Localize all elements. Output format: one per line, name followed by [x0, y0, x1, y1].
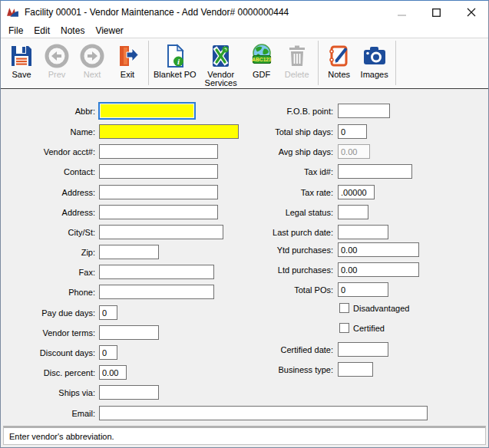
- field-row-tax-rate: Tax rate:: [1, 185, 488, 200]
- field-label: Email:: [4, 409, 95, 418]
- toolbar-button-label: Exit: [121, 71, 134, 79]
- toolbar-button-label: GDF: [253, 71, 270, 79]
- toolbar-separator: [318, 41, 319, 85]
- images-button[interactable]: Images: [357, 40, 392, 79]
- email-input[interactable]: [99, 406, 428, 420]
- field-row-email: Email:: [1, 406, 488, 421]
- maximize-icon: [432, 8, 441, 17]
- field-row-fob-point: F.O.B. point:: [1, 104, 488, 119]
- field-row-certified-date: Certified date:: [1, 342, 488, 357]
- field-label: Avg ship days:: [245, 147, 333, 156]
- gdf-button[interactable]: ABC123 GDF: [244, 40, 279, 79]
- checkbox-label: Disadvantaged: [353, 304, 409, 313]
- field-label: Total ship days:: [245, 127, 333, 137]
- tax-rate-input[interactable]: [338, 185, 375, 199]
- avg-ship-days-input: [338, 144, 370, 159]
- field-label: Legal status:: [245, 208, 333, 217]
- field-row-ytd-purchases: Ytd purchases:: [1, 242, 488, 258]
- notes-button[interactable]: Notes: [322, 40, 357, 79]
- prev-button[interactable]: Prev: [39, 40, 74, 79]
- field-row-avg-ship-days: Avg ship days:: [1, 144, 488, 160]
- status-text: Enter vendor's abbreviation.: [9, 432, 114, 441]
- field-row-ltd-purchases: Ltd purchases:: [1, 262, 488, 278]
- save-button[interactable]: Save: [4, 40, 39, 79]
- toolbar-button-label: Images: [361, 71, 388, 79]
- images-camera-icon: [362, 40, 388, 69]
- checkbox-label: Certified: [353, 324, 385, 333]
- next-button[interactable]: Next: [74, 40, 110, 79]
- minimize-button[interactable]: [385, 1, 419, 24]
- toolbar-separator: [395, 41, 396, 85]
- field-label: Ltd purchases:: [245, 265, 333, 275]
- field-label: Total POs:: [245, 285, 333, 295]
- field-label: Tax id#:: [245, 167, 333, 176]
- certified-checkbox-row: Certified: [1, 322, 488, 338]
- blanket-po-icon: i: [162, 40, 188, 69]
- menu-edit[interactable]: Edit: [28, 25, 55, 36]
- certified-checkbox[interactable]: [339, 323, 349, 333]
- total-pos-input[interactable]: [338, 282, 388, 297]
- gdf-badge-text: ABC123: [252, 57, 272, 62]
- status-bar: Enter vendor's abbreviation.: [3, 426, 486, 445]
- field-row-ships-via: Ships via:: [1, 385, 488, 400]
- disadvantaged-checkbox[interactable]: [339, 303, 349, 313]
- toolbar-button-label: Prev: [48, 71, 66, 79]
- field-row-tax-id: Tax id#:: [1, 164, 488, 180]
- toolbar-button-label: Notes: [328, 71, 350, 79]
- field-label: Ytd purchases:: [245, 245, 333, 255]
- menu-viewer[interactable]: Viewer: [90, 25, 128, 36]
- notes-icon: [326, 40, 352, 69]
- toolbar-button-label: Blanket PO: [154, 71, 197, 79]
- exit-icon: [114, 40, 140, 69]
- menu-file[interactable]: File: [3, 25, 28, 36]
- last-purch-date-input[interactable]: [338, 225, 388, 239]
- ships-via-input[interactable]: [99, 385, 159, 400]
- toolbar-button-label: Delete: [285, 71, 309, 79]
- toolbar-button-label: Vendor Services: [200, 71, 243, 87]
- gdf-globe-icon: ABC123: [248, 40, 276, 69]
- field-row-legal-status: Legal status:: [1, 205, 488, 220]
- exit-button[interactable]: Exit: [110, 40, 145, 79]
- toolbar: Save Prev Next: [1, 38, 488, 89]
- title-bar: Facility 00001 - Vendor Maintenance - Ad…: [1, 1, 488, 24]
- save-icon: [8, 40, 35, 69]
- close-icon: [467, 8, 476, 17]
- blanket-po-button[interactable]: i Blanket PO: [152, 40, 198, 79]
- fob-point-input[interactable]: [338, 104, 390, 118]
- field-row-last-purch-date: Last purch date:: [1, 225, 488, 240]
- app-icon: [6, 6, 19, 19]
- toolbar-separator: [148, 41, 149, 85]
- delete-button[interactable]: Delete: [279, 40, 315, 79]
- vendor-services-button[interactable]: Vendor Services: [198, 40, 244, 87]
- field-row-total-pos: Total POs:: [1, 282, 488, 298]
- ltd-purchases-input[interactable]: [338, 262, 419, 277]
- tax-id-input[interactable]: [338, 164, 412, 179]
- delete-trash-icon: [284, 40, 310, 69]
- field-label: Tax rate:: [245, 188, 333, 197]
- field-label: Ships via:: [4, 388, 95, 397]
- ytd-purchases-input[interactable]: [338, 242, 419, 257]
- field-label: Business type:: [245, 365, 333, 374]
- next-icon: [79, 40, 105, 69]
- field-label: F.O.B. point:: [245, 107, 333, 116]
- field-row-business-type: Business type:: [1, 362, 488, 377]
- menu-notes[interactable]: Notes: [55, 25, 90, 36]
- window-title: Facility 00001 - Vendor Maintenance - Ad…: [25, 7, 289, 18]
- menu-bar: File Edit Notes Viewer: [1, 24, 488, 38]
- toolbar-button-label: Next: [84, 71, 101, 79]
- minimize-icon: [398, 8, 406, 17]
- field-row-total-ship-days: Total ship days:: [1, 124, 488, 140]
- business-type-input[interactable]: [338, 362, 373, 377]
- vendor-services-icon: [208, 40, 234, 69]
- vendor-maintenance-window: Facility 00001 - Vendor Maintenance - Ad…: [0, 0, 489, 448]
- total-ship-days-input[interactable]: [338, 124, 367, 139]
- certified-date-input[interactable]: [338, 342, 388, 357]
- prev-icon: [44, 40, 70, 69]
- field-label: Certified date:: [245, 345, 333, 354]
- field-label: Last purch date:: [245, 228, 333, 237]
- maximize-button[interactable]: [419, 1, 454, 24]
- legal-status-input[interactable]: [338, 205, 368, 219]
- toolbar-button-label: Save: [12, 71, 31, 79]
- close-button[interactable]: [454, 1, 488, 24]
- disadvantaged-checkbox-row: Disadvantaged: [1, 302, 488, 318]
